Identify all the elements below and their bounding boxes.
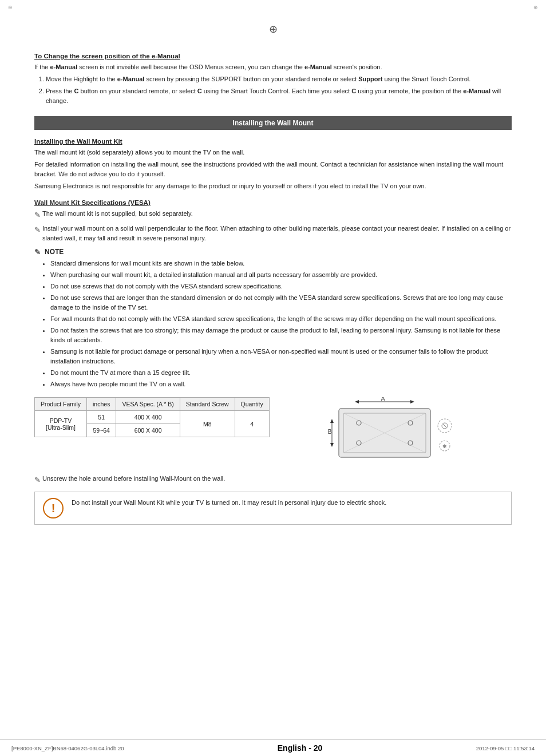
svg-line-18 <box>443 424 446 428</box>
warning-icon: ! <box>43 498 64 518</box>
step-1: Move the Highlight to the e-Manual scree… <box>46 74 512 84</box>
table-row-1: PDP-TV[Ultra-Slim] 51 400 X 400 M8 4 <box>35 411 270 424</box>
footer: [PE8000-XN_ZF]BN68-04062G-03L04.indb 20 … <box>0 739 546 756</box>
top-left-symbol: ⊕ <box>8 5 13 10</box>
note-unscrew-text: Unscrew the hole around before installin… <box>42 474 512 484</box>
warning-box: ! Do not install your Wall Mount Kit whi… <box>34 492 512 525</box>
warning-text: Do not install your Wall Mount Kit while… <box>72 498 386 508</box>
install-kit-heading: Installing the Wall Mount Kit <box>34 138 512 145</box>
bullet-4: Do not use screws that are longer than t… <box>50 293 512 312</box>
change-screen-heading: To Change the screen position of the e-M… <box>34 53 512 60</box>
note2-icon: ✎ <box>34 224 41 236</box>
col-product-family: Product Family <box>35 398 87 411</box>
col-inches: inches <box>87 398 116 411</box>
vesa-specs-heading: Wall Mount Kit Specifications (VESA) <box>34 199 512 206</box>
cell-vesa-600: 600 X 400 <box>116 424 180 437</box>
bullet-8: Do not mount the TV at more than a 15 de… <box>50 368 512 378</box>
section-title-bar: Installing the Wall Mount <box>34 116 512 130</box>
top-right-symbol: ⊕ <box>533 5 538 10</box>
note1-icon: ✎ <box>34 209 41 221</box>
cell-vesa-400: 400 X 400 <box>116 411 180 424</box>
footer-right: 2012-09-05 □□ 11:53:14 <box>476 745 535 751</box>
cell-product-family: PDP-TV[Ultra-Slim] <box>35 411 87 437</box>
svg-text:B: B <box>328 429 332 435</box>
vesa-diagram: A B ✱ <box>281 397 512 466</box>
cell-qty-4: 4 <box>235 411 269 437</box>
svg-marker-10 <box>410 400 414 403</box>
col-quantity: Quantity <box>235 398 269 411</box>
col-vesa-spec: VESA Spec. (A * B) <box>116 398 180 411</box>
svg-marker-9 <box>355 400 359 403</box>
vesa-note1-line: ✎ The wall mount kit is not supplied, bu… <box>34 209 512 221</box>
svg-text:A: A <box>381 397 385 402</box>
change-screen-steps: Move the Highlight to the e-Manual scree… <box>46 74 512 106</box>
cell-inches-51: 51 <box>87 411 116 424</box>
footer-left: [PE8000-XN_ZF]BN68-04062G-03L04.indb 20 <box>11 745 124 751</box>
vesa-table-section: Product Family inches VESA Spec. (A * B)… <box>34 397 512 466</box>
bullet-7: Samsung is not liable for product damage… <box>50 347 512 366</box>
cell-inches-59-64: 59~64 <box>87 424 116 437</box>
svg-text:✱: ✱ <box>442 444 447 449</box>
footer-center: English - 20 <box>124 743 476 753</box>
vesa-note2-line: ✎ Install your wall mount on a solid wal… <box>34 224 512 243</box>
note-label: ✎ NOTE <box>34 248 512 256</box>
cell-screw-m8: M8 <box>180 411 235 437</box>
col-standard-screw: Standard Screw <box>180 398 235 411</box>
bullet-2: When purchasing our wall mount kit, a de… <box>50 270 512 280</box>
top-center-symbol: ⊕ <box>34 23 512 35</box>
vesa-table: Product Family inches VESA Spec. (A * B)… <box>34 397 270 437</box>
install-kit-para1: The wall mount kit (sold separately) all… <box>34 148 512 157</box>
svg-marker-13 <box>330 419 334 423</box>
note-label-icon: ✎ <box>34 248 41 256</box>
bullet-6: Do not fasten the screws that are too st… <box>50 326 512 345</box>
note-unscrew-line: ✎ Unscrew the hole around before install… <box>34 474 512 486</box>
bullet-1: Standard dimensions for wall mount kits … <box>50 259 512 268</box>
note-unscrew-icon: ✎ <box>34 474 41 486</box>
svg-marker-14 <box>330 443 334 447</box>
bullet-3: Do not use screws that do not comply wit… <box>50 282 512 291</box>
page: ⊕ ⊕ ⊕ To Change the screen position of t… <box>0 0 546 756</box>
step-2: Press the C button on your standard remo… <box>46 86 512 106</box>
note-label-text: NOTE <box>45 248 64 256</box>
bullet-9: Always have two people mount the TV on a… <box>50 379 512 389</box>
install-kit-para2: For detailed information on installing t… <box>34 160 512 179</box>
bullet-5: For wall mounts that do not comply with … <box>50 314 512 324</box>
vesa-note2: Install your wall mount on a solid wall … <box>42 224 512 243</box>
vesa-bullet-list: Standard dimensions for wall mount kits … <box>50 259 512 390</box>
change-screen-intro: If the e-Manual screen is not invisible … <box>34 62 512 72</box>
install-kit-para3: Samsung Electronics is not responsible f… <box>34 181 512 191</box>
vesa-diagram-svg: A B ✱ <box>327 397 465 466</box>
vesa-note1: The wall mount kit is not supplied, but … <box>42 209 512 219</box>
